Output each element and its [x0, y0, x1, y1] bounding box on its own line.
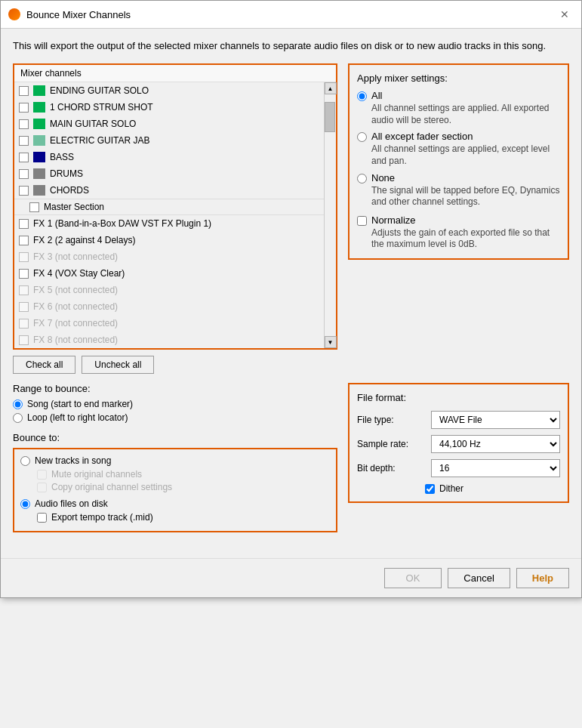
- channels-scroll-area: ENDING GUITAR SOLO 1 CHORD STRUM SHOT: [14, 82, 336, 348]
- channels-scrollbar[interactable]: ▲ ▼: [324, 82, 336, 348]
- bottom-left: Range to bounce: Song (start to end mark…: [13, 383, 337, 541]
- radio-all-main: All: [371, 90, 560, 101]
- radio-none-input[interactable]: [357, 174, 367, 184]
- channel-name-ending-guitar-solo: ENDING GUITAR SOLO: [50, 85, 149, 96]
- dither-checkbox[interactable]: [425, 484, 435, 494]
- close-button[interactable]: ✕: [556, 7, 574, 22]
- file-format-box: File format: File type: WAVE File MP3 Fi…: [348, 383, 569, 503]
- radio-all-except-label[interactable]: All except fader section All channel set…: [357, 131, 560, 167]
- fx7-checkbox: [19, 319, 29, 329]
- channel-checkbox-chords[interactable]: [19, 186, 29, 196]
- range-song-label: Song (start to end marker): [27, 399, 133, 409]
- channel-name-main-guitar-solo: MAIN GUITAR SOLO: [50, 119, 136, 129]
- range-song-radio[interactable]: [13, 399, 23, 409]
- range-loop-row[interactable]: Loop (left to right locator): [13, 412, 337, 423]
- channel-checkbox-drums[interactable]: [19, 169, 29, 179]
- channel-item-ending-guitar-solo[interactable]: ENDING GUITAR SOLO: [14, 82, 324, 99]
- scroll-up-arrow[interactable]: ▲: [325, 82, 337, 94]
- fx-item-fx1[interactable]: FX 1 (Band-in-a-Box DAW VST FX Plugin 1): [14, 215, 324, 232]
- mixer-channels-title: Mixer channels: [20, 68, 82, 79]
- master-section-label: Master Section: [44, 202, 104, 212]
- channel-item-main-guitar-solo[interactable]: MAIN GUITAR SOLO: [14, 116, 324, 132]
- fx2-checkbox[interactable]: [19, 236, 29, 245]
- file-type-select[interactable]: WAVE File MP3 File OGG File FLAC File: [431, 411, 560, 429]
- channel-checkbox-electric-guitar-jab[interactable]: [19, 136, 29, 146]
- scroll-thumb[interactable]: [325, 102, 335, 132]
- channels-inner: ENDING GUITAR SOLO 1 CHORD STRUM SHOT: [14, 82, 324, 348]
- file-type-row: File type: WAVE File MP3 File OGG File F…: [357, 411, 560, 429]
- file-type-label: File type:: [357, 415, 425, 425]
- mute-original-label: Mute original channels: [51, 469, 142, 480]
- left-panel: Mixer channels ENDING GUITAR SOLO: [13, 63, 337, 383]
- help-button[interactable]: Help: [516, 568, 569, 588]
- fx1-name: FX 1 (Band-in-a-Box DAW VST FX Plugin 1): [33, 218, 211, 229]
- main-area: Mixer channels ENDING GUITAR SOLO: [13, 63, 569, 383]
- channel-checkbox-bass[interactable]: [19, 153, 29, 162]
- scroll-down-arrow[interactable]: ▼: [325, 336, 337, 348]
- two-col-bottom: Range to bounce: Song (start to end mark…: [13, 383, 569, 541]
- sample-rate-label: Sample rate:: [357, 439, 425, 449]
- range-song-row[interactable]: Song (start to end marker): [13, 399, 337, 409]
- title-bar-left: Bounce Mixer Channels: [8, 8, 131, 20]
- channel-item-bass[interactable]: BASS: [14, 149, 324, 165]
- bounce-mixer-channels-window: Bounce Mixer Channels ✕ This will export…: [0, 0, 582, 598]
- channel-checkbox-ending-guitar-solo[interactable]: [19, 86, 29, 96]
- sample-rate-row: Sample rate: 44,100 Hz 48,000 Hz 96,000 …: [357, 435, 560, 453]
- radio-option-none[interactable]: None The signal will be tapped before EQ…: [357, 172, 560, 208]
- bounce-new-tracks-row[interactable]: New tracks in song: [20, 455, 330, 466]
- radio-none-label[interactable]: None The signal will be tapped before EQ…: [357, 172, 560, 208]
- channel-item-1-chord-strum-shot[interactable]: 1 CHORD STRUM SHOT: [14, 99, 324, 116]
- bounce-audio-files-radio[interactable]: [20, 499, 30, 509]
- scroll-track[interactable]: [325, 94, 336, 336]
- radio-all-input[interactable]: [357, 91, 367, 101]
- bounce-audio-files-row[interactable]: Audio files on disk: [20, 498, 330, 509]
- channel-name-drums: DRUMS: [50, 168, 83, 179]
- radio-option-all[interactable]: All All channel settings are applied. Al…: [357, 90, 560, 126]
- bounce-audio-files-label: Audio files on disk: [35, 498, 108, 509]
- radio-all-label[interactable]: All All channel settings are applied. Al…: [357, 90, 560, 126]
- master-section-checkbox[interactable]: [29, 202, 39, 212]
- channel-checkbox-main-guitar-solo[interactable]: [19, 119, 29, 129]
- fx4-checkbox[interactable]: [19, 269, 29, 279]
- bounce-new-tracks-radio[interactable]: [20, 456, 30, 466]
- radio-option-all-except[interactable]: All except fader section All channel set…: [357, 131, 560, 167]
- export-tempo-checkbox[interactable]: [37, 513, 47, 523]
- range-loop-radio[interactable]: [13, 413, 23, 423]
- fx3-name: FX 3 (not connected): [33, 251, 118, 262]
- copy-settings-row: Copy original channel settings: [37, 482, 330, 492]
- range-title: Range to bounce:: [13, 383, 337, 394]
- copy-settings-label: Copy original channel settings: [51, 482, 172, 492]
- channel-name-bass: BASS: [50, 152, 74, 162]
- app-icon: [8, 8, 20, 20]
- right-panel: Apply mixer settings: All All channel se…: [348, 63, 569, 383]
- fx-item-fx4[interactable]: FX 4 (VOX Stay Clear): [14, 265, 324, 282]
- fx1-checkbox[interactable]: [19, 219, 29, 229]
- channel-checkbox-1-chord-strum-shot[interactable]: [19, 103, 29, 113]
- cancel-button[interactable]: Cancel: [448, 568, 510, 588]
- bit-depth-select[interactable]: 16 24 32: [431, 459, 560, 477]
- radio-all-sub: All channel settings are applied. All ex…: [371, 103, 560, 126]
- fx-item-fx7: FX 7 (not connected): [14, 315, 324, 332]
- file-format-title: File format:: [357, 392, 560, 403]
- mixer-channels-header: Mixer channels: [14, 65, 336, 82]
- check-all-button[interactable]: Check all: [13, 356, 75, 374]
- channel-item-electric-guitar-jab[interactable]: ELECTRIC GUITAR JAB: [14, 132, 324, 149]
- bottom-buttons: OK Cancel Help: [1, 558, 581, 597]
- dither-label: Dither: [439, 483, 463, 494]
- export-tempo-row[interactable]: Export tempo track (.mid): [37, 512, 330, 523]
- channel-item-drums[interactable]: DRUMS: [14, 165, 324, 182]
- normalize-checkbox[interactable]: [357, 216, 367, 226]
- channel-item-chords[interactable]: CHORDS: [14, 182, 324, 199]
- normalize-row[interactable]: Normalize Adjusts the gain of each expor…: [357, 214, 560, 251]
- channel-color-bass: [33, 152, 45, 162]
- sample-rate-select[interactable]: 44,100 Hz 48,000 Hz 96,000 Hz: [431, 435, 560, 453]
- bit-depth-row: Bit depth: 16 24 32: [357, 459, 560, 477]
- fx-item-fx2[interactable]: FX 2 (2 against 4 Delays): [14, 232, 324, 248]
- channel-color-drums: [33, 168, 45, 179]
- radio-all-except-input[interactable]: [357, 132, 367, 142]
- bounce-new-tracks-label: New tracks in song: [35, 455, 111, 466]
- ok-button[interactable]: OK: [384, 568, 442, 588]
- dither-row[interactable]: Dither: [425, 483, 560, 494]
- uncheck-all-button[interactable]: Uncheck all: [82, 356, 154, 374]
- radio-none-sub: The signal will be tapped before EQ, Dyn…: [371, 185, 560, 208]
